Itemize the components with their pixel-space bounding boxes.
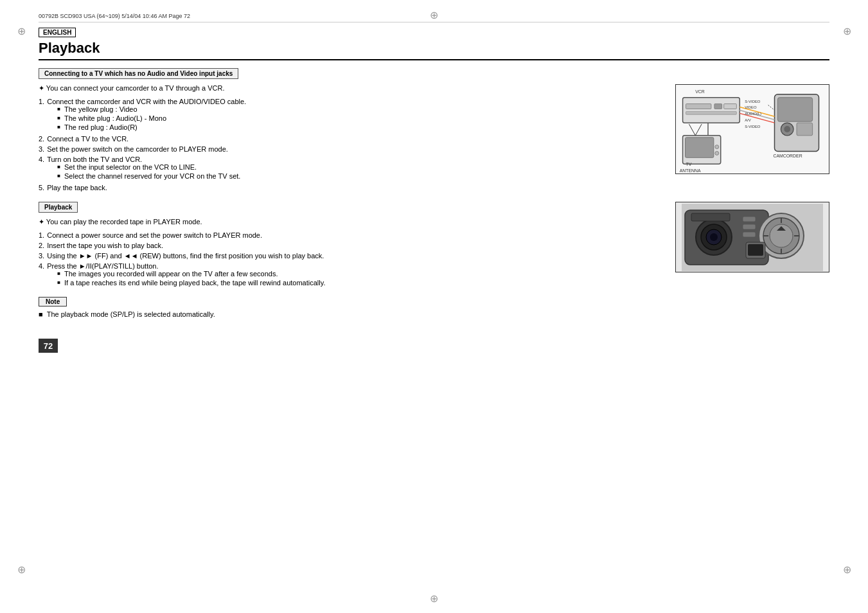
svg-line-22 xyxy=(695,124,702,136)
section2-step4: 4. Press the ►/II(PLAY/STILL) button. Th… xyxy=(39,262,662,288)
step4-sub1: Set the input selector on the VCR to LIN… xyxy=(47,163,240,171)
step2-num: 2. xyxy=(39,135,44,143)
svg-rect-49 xyxy=(748,244,763,256)
svg-text:A/V: A/V xyxy=(745,118,751,122)
section1-left: ✦ You can connect your camcorder to a TV… xyxy=(39,84,662,194)
svg-text:CAMCORDER: CAMCORDER xyxy=(774,154,802,158)
reg-mark-bl: ⊕ xyxy=(16,564,26,574)
step1-sub1: The yellow plug : Video xyxy=(47,105,246,113)
svg-rect-5 xyxy=(686,111,737,114)
section1-step1: 1. Connect the camcorder and VCR with th… xyxy=(39,98,662,132)
svg-rect-47 xyxy=(691,213,730,221)
step3-text: Set the power switch on the camcorder to… xyxy=(47,145,228,153)
svg-point-9 xyxy=(715,145,719,149)
svg-line-21 xyxy=(689,124,695,136)
svg-rect-15 xyxy=(797,123,813,136)
pb-step4-num: 4. xyxy=(39,262,44,270)
reg-mark-br: ⊕ xyxy=(842,564,852,574)
step1-num: 1. xyxy=(39,98,44,105)
svg-text:TV: TV xyxy=(686,162,692,166)
diagram-box-1: VCR TV xyxy=(675,84,829,174)
section1-intro: ✦ You can connect your camcorder to a TV… xyxy=(39,84,662,93)
diagram-svg-2 xyxy=(682,204,823,271)
section1-diagram: VCR TV xyxy=(675,84,829,194)
step2-text: Connect a TV to the VCR. xyxy=(47,135,128,143)
svg-point-14 xyxy=(784,126,790,132)
section2-step2: 2. Insert the tape you wish to play back… xyxy=(39,242,662,249)
svg-text:VIDEO: VIDEO xyxy=(745,105,757,109)
svg-rect-4 xyxy=(724,104,737,109)
section1-step5: 5. Play the tape back. xyxy=(39,184,662,191)
pb-step3-text: Using the ►► (FF) and ◄◄ (REW) buttons, … xyxy=(47,252,324,260)
section1-step3: 3. Set the power switch on the camcorder… xyxy=(39,145,662,153)
pb-step1-text: Connect a power source and set the power… xyxy=(47,231,262,239)
section2-intro: ✦ You can play the recorded tape in PLAY… xyxy=(39,218,662,226)
pb-step4-sub2: If a tape reaches its end while being pl… xyxy=(47,279,325,287)
pb-step3-num: 3. xyxy=(39,252,44,260)
section2-step3: 3. Using the ►► (FF) and ◄◄ (REW) button… xyxy=(39,252,662,260)
section1-step2: 2. Connect a TV to the VCR. xyxy=(39,135,662,143)
section2-left: Playback ✦ You can play the recorded tap… xyxy=(39,202,662,318)
svg-text:AUDIO(L): AUDIO(L) xyxy=(745,112,761,116)
svg-rect-44 xyxy=(743,217,756,222)
note-section: Note ■ The playback mode (SP/LP) is sele… xyxy=(39,297,662,318)
svg-point-10 xyxy=(715,152,719,155)
section2-diagram xyxy=(675,202,829,318)
note-label: Note xyxy=(39,297,67,306)
svg-text:VCR: VCR xyxy=(695,89,705,94)
svg-rect-45 xyxy=(743,224,756,229)
svg-rect-0 xyxy=(683,98,740,123)
pb-step2-text: Insert the tape you wish to play back. xyxy=(47,242,163,249)
reg-mark-tr: ⊕ xyxy=(842,26,852,36)
page-number-badge: 72 xyxy=(39,326,829,353)
pb-step4-sub1: The images you recorded will appear on t… xyxy=(47,270,325,278)
svg-rect-7 xyxy=(686,138,714,158)
reg-mark-tm: ⊕ xyxy=(429,10,439,20)
step4-sub2: Select the channel reserved for your VCR… xyxy=(47,172,240,180)
section1-title: Connecting to a TV which has no Audio an… xyxy=(39,68,238,79)
reg-mark-tl: ⊕ xyxy=(16,26,26,36)
svg-text:S-VIDEO: S-VIDEO xyxy=(745,125,761,129)
reg-mark-bm: ⊕ xyxy=(429,593,439,603)
page-title: Playback xyxy=(39,40,829,60)
svg-text:S-VIDEO: S-VIDEO xyxy=(745,100,761,103)
section2: Playback ✦ You can play the recorded tap… xyxy=(39,202,829,318)
step4-num: 4. xyxy=(39,155,44,163)
svg-text:ANTENNA: ANTENNA xyxy=(680,168,701,173)
section2-content-row: Playback ✦ You can play the recorded tap… xyxy=(39,202,829,318)
step1-sublist: The yellow plug : Video The white plug :… xyxy=(47,105,246,131)
step3-num: 3. xyxy=(39,145,44,153)
section1: Connecting to a TV which has no Audio an… xyxy=(39,68,829,194)
step1-sub2: The white plug : Audio(L) - Mono xyxy=(47,114,246,122)
note-text: ■ The playback mode (SP/LP) is selected … xyxy=(39,310,662,318)
page: ⊕ ⊕ ⊕ ⊕ ⊕ ⊕ 00792B SCD903 USA (64~109) 5… xyxy=(0,0,868,613)
step1-sub3: The red plug : Audio(R) xyxy=(47,123,246,131)
step5-text: Play the tape back. xyxy=(47,184,107,191)
svg-rect-2 xyxy=(686,104,711,109)
pb-step2-num: 2. xyxy=(39,242,44,249)
language-badge: ENGLISH xyxy=(39,28,829,40)
svg-rect-3 xyxy=(714,104,722,109)
diagram-box-2 xyxy=(675,202,829,272)
section1-step4: 4. Turn on both the TV and VCR. Set the … xyxy=(39,155,662,181)
header-meta-text: 00792B SCD903 USA (64~109) 5/14/04 10:46… xyxy=(39,13,190,19)
step4-sublist: Set the input selector on the VCR to LIN… xyxy=(47,163,240,180)
svg-line-29 xyxy=(768,105,775,111)
step1-text: Connect the camcorder and VCR with the A… xyxy=(47,98,246,105)
section1-content-row: ✦ You can connect your camcorder to a TV… xyxy=(39,84,829,194)
svg-rect-12 xyxy=(777,98,812,121)
svg-rect-46 xyxy=(743,232,756,237)
section2-title: Playback xyxy=(39,202,78,213)
pb-step1-num: 1. xyxy=(39,231,44,239)
pb-step4-sublist: The images you recorded will appear on t… xyxy=(47,270,325,287)
pb-step4-text: Press the ►/II(PLAY/STILL) button. xyxy=(47,262,158,270)
diagram-svg-1: VCR TV xyxy=(676,85,829,173)
svg-point-35 xyxy=(710,233,718,241)
step5-num: 5. xyxy=(39,184,44,191)
section2-step1: 1. Connect a power source and set the po… xyxy=(39,231,662,239)
step4-text: Turn on both the TV and VCR. xyxy=(47,155,142,163)
